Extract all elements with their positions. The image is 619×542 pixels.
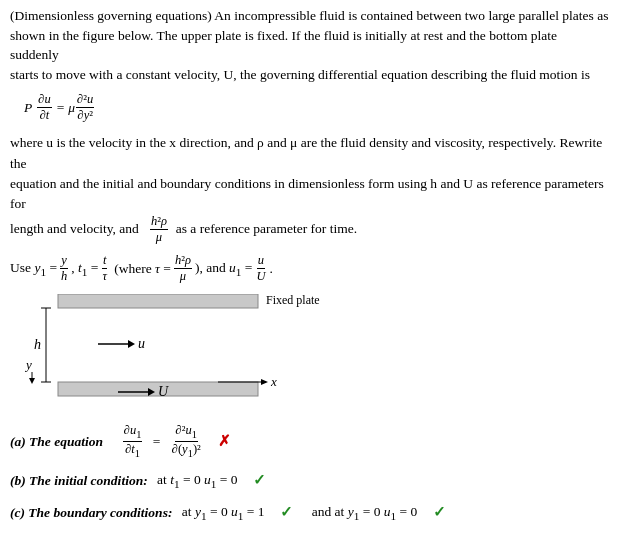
intro-line1: (Dimensionless governing equations) An i… (10, 8, 608, 23)
svg-marker-10 (128, 340, 135, 348)
part-c-and: and at y1 = 0 u1 = 0 (308, 502, 417, 524)
svg-rect-0 (58, 294, 258, 308)
svg-text:y: y (24, 357, 32, 372)
part-c-text1: at y1 = 0 u1 = 1 (178, 502, 264, 524)
y-over-h: y h (60, 253, 68, 284)
part-a-content: (a) The equation ∂u1 ∂t1 = ∂²u1 ∂(y1)² ✗ (10, 423, 609, 460)
use-line: Use y1 = y h , t1 = t τ (where τ = h²ρ μ… (10, 253, 609, 284)
svg-text:h: h (34, 337, 41, 352)
part-a: (a) The equation ∂u1 ∂t1 = ∂²u1 ∂(y1)² ✗ (10, 423, 609, 460)
part-b-result: ✓ (253, 470, 266, 492)
where-tau: (where τ = (111, 259, 171, 279)
h2rho-over-mu: h²ρ μ (150, 214, 168, 245)
part-a-eq: = (149, 432, 163, 452)
where-line1: where u is the velocity in the x directi… (10, 135, 602, 170)
rho-symbol: P (24, 98, 32, 118)
part-c: (c) The boundary conditions: at y1 = 0 u… (10, 502, 609, 524)
part-b: (b) The initial condition: at t1 = 0 u1 … (10, 470, 609, 492)
close-paren: ), and u1 = (195, 258, 253, 280)
part-c-result2: ✓ (433, 502, 446, 524)
part-a-label: (a) The equation (10, 432, 103, 452)
period: . (269, 259, 272, 279)
governing-equation: P ∂u ∂t = μ ∂²u ∂y² (24, 92, 609, 123)
part-c-result1: ✓ (280, 502, 293, 524)
part-b-text: at t1 = 0 u1 = 0 (154, 470, 238, 492)
svg-text:Fixed plate: Fixed plate (266, 294, 320, 307)
equals-sign: = (57, 98, 65, 118)
mu-symbol: μ (68, 98, 75, 118)
svg-text:x: x (270, 374, 277, 389)
svg-marker-16 (261, 379, 268, 385)
eq-frac2: ∂²u ∂y² (75, 92, 95, 123)
part-a-frac-lhs: ∂u1 ∂t1 (123, 423, 143, 460)
svg-text:U: U (158, 384, 169, 399)
u-over-U: u U (255, 253, 266, 284)
comma1: , t1 = (71, 258, 98, 280)
where-text: where u is the velocity in the x directi… (10, 133, 609, 245)
part-b-content: (b) The initial condition: at t1 = 0 u1 … (10, 470, 609, 492)
svg-text:u: u (138, 336, 145, 351)
where-line3: length and velocity, and (10, 221, 139, 236)
use-text-start: Use y1 = (10, 258, 57, 280)
t-over-tau: t τ (101, 253, 107, 284)
h2rho-mu-tau: h²ρ μ (174, 253, 192, 284)
intro-paragraph: (Dimensionless governing equations) An i… (10, 6, 609, 84)
time-ref-suffix: as a reference parameter for time. (176, 221, 357, 236)
diagram: h y u U x Fixed plate (18, 294, 338, 409)
eq-frac1: ∂u ∂t (36, 92, 52, 123)
part-c-label: (c) The boundary conditions: (10, 503, 172, 523)
intro-line3: starts to move with a constant velocity,… (10, 67, 590, 82)
part-c-content: (c) The boundary conditions: at y1 = 0 u… (10, 502, 609, 524)
part-a-frac-rhs: ∂²u1 ∂(y1)² (171, 423, 202, 460)
part-a-result: ✗ (218, 431, 231, 453)
intro-line2: shown in the figure below. The upper pla… (10, 28, 557, 63)
where-line2: equation and the initial and boundary co… (10, 176, 604, 211)
diagram-svg: h y u U x Fixed plate (18, 294, 338, 409)
svg-marker-8 (29, 378, 35, 384)
part-b-label: (b) The initial condition: (10, 471, 148, 491)
